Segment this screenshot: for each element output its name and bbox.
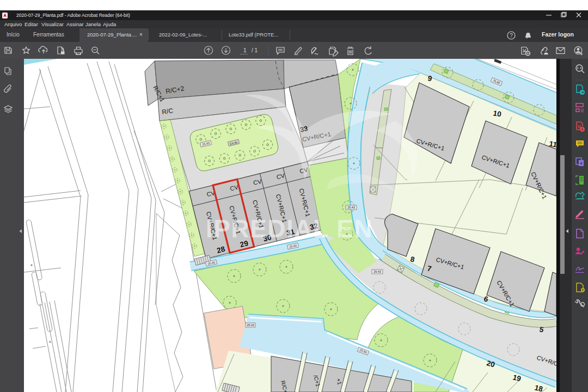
svg-text:10: 10 xyxy=(492,109,501,118)
svg-text:?: ? xyxy=(510,33,513,39)
svg-text:1: 1 xyxy=(243,47,247,53)
svg-text:IPREDIAL EN: IPREDIAL EN xyxy=(206,215,373,243)
svg-text:25.03: 25.03 xyxy=(247,323,254,327)
svg-text:/ 1: / 1 xyxy=(252,47,258,53)
svg-text:R/C: R/C xyxy=(161,107,174,116)
svg-text:11: 11 xyxy=(548,139,556,149)
svg-text:25.43: 25.43 xyxy=(347,206,355,209)
svg-text:25.43: 25.43 xyxy=(373,270,381,273)
